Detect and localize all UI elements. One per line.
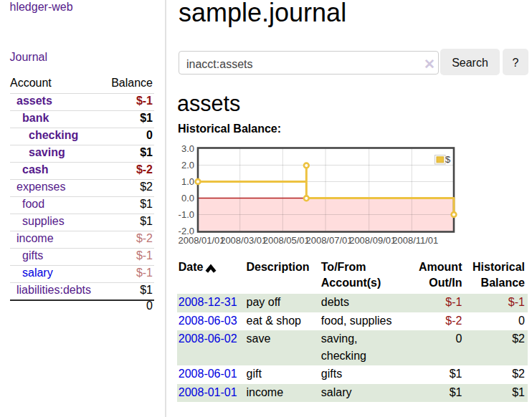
- svg-text:2008/05/01: 2008/05/01: [263, 235, 310, 246]
- svg-text:2008/03/01: 2008/03/01: [220, 235, 267, 246]
- svg-text:2.0: 2.0: [181, 160, 194, 171]
- svg-text:0.0: 0.0: [181, 193, 194, 203]
- svg-text:3.0: 3.0: [181, 143, 194, 154]
- svg-text:2008/11/01: 2008/11/01: [392, 235, 438, 246]
- svg-text:2008/09/01: 2008/09/01: [349, 235, 396, 246]
- svg-text:2008/07/01: 2008/07/01: [305, 235, 352, 246]
- svg-text:1.0: 1.0: [181, 176, 194, 187]
- svg-text:-1.0: -1.0: [179, 209, 194, 220]
- svg-text:2008/01/01: 2008/01/01: [178, 235, 224, 246]
- svg-text:$: $: [445, 154, 451, 165]
